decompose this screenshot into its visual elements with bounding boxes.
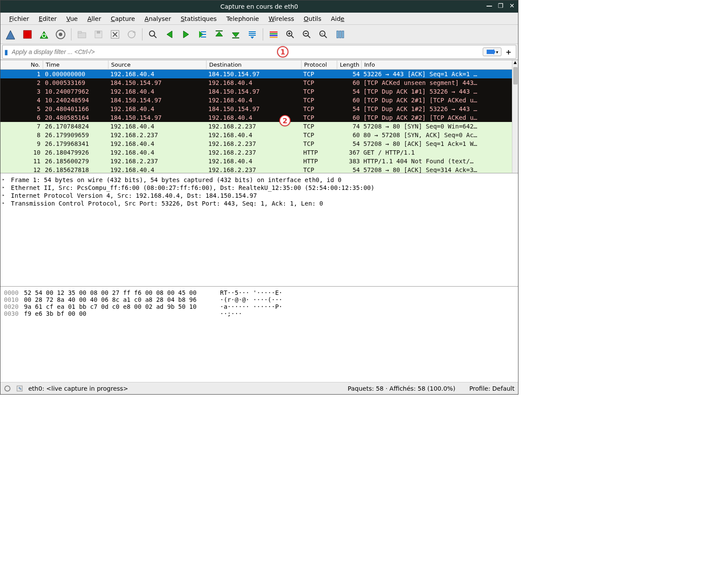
svg-point-49: [5, 386, 10, 391]
menu-capture[interactable]: Capture: [106, 14, 139, 24]
expand-icon[interactable]: ▸: [2, 200, 8, 206]
hex-row[interactable]: 00209a 61 cf ea 01 bb c7 0d c0 e8 00 02 …: [4, 303, 515, 310]
svg-marker-23: [216, 32, 223, 36]
hex-row[interactable]: 001000 28 72 8a 40 00 40 06 8c a1 c0 a8 …: [4, 296, 515, 303]
filter-input[interactable]: [10, 47, 481, 57]
go-to-packet-icon[interactable]: [195, 27, 210, 42]
close-file-icon[interactable]: [107, 27, 123, 42]
menu-analyser[interactable]: Analyser: [140, 14, 176, 24]
col-time[interactable]: Time: [43, 61, 108, 69]
colorize-icon[interactable]: [266, 27, 281, 42]
col-no[interactable]: No.: [0, 61, 43, 69]
svg-rect-47: [342, 31, 344, 38]
svg-rect-46: [339, 31, 341, 38]
packet-row[interactable]: 410.240248594184.150.154.97192.168.40.4T…: [0, 96, 518, 105]
packet-row[interactable]: 726.170784824192.168.40.4192.168.2.237TC…: [0, 122, 518, 131]
zoom-in-icon[interactable]: [282, 27, 298, 42]
add-filter-button[interactable]: +: [503, 47, 514, 57]
resize-columns-icon[interactable]: [332, 27, 348, 42]
save-file-icon[interactable]: [91, 27, 106, 42]
go-first-icon[interactable]: [211, 27, 227, 42]
apply-filter-button[interactable]: ▾: [483, 47, 501, 56]
svg-line-16: [154, 35, 156, 38]
find-icon[interactable]: [145, 27, 161, 42]
packet-row[interactable]: 520.480401166192.168.40.4184.150.154.97T…: [0, 105, 518, 113]
col-protocol[interactable]: Protocol: [301, 61, 337, 69]
packet-list: No. Time Source Destination Protocol Len…: [0, 60, 518, 173]
zoom-out-icon[interactable]: [299, 27, 315, 42]
restart-capture-icon[interactable]: [36, 27, 52, 42]
expand-icon[interactable]: ▸: [2, 177, 8, 183]
detail-row[interactable]: ▸Frame 1: 54 bytes on wire (432 bits), 5…: [2, 176, 516, 184]
hex-dump: 000052 54 00 12 35 00 08 00 27 ff f6 00 …: [0, 286, 518, 382]
menu-outils[interactable]: Outils: [299, 14, 325, 24]
svg-line-36: [291, 35, 294, 38]
go-last-icon[interactable]: [228, 27, 244, 42]
detail-row[interactable]: ▸Ethernet II, Src: PcsCompu_ff:f6:00 (08…: [2, 184, 516, 192]
svg-marker-17: [167, 31, 172, 38]
svg-rect-1: [24, 30, 31, 38]
col-destination[interactable]: Destination: [207, 61, 301, 69]
filter-bar: ▮ ▾ + 1: [2, 45, 516, 59]
maximize-icon[interactable]: ❐: [497, 2, 504, 9]
svg-rect-9: [97, 31, 100, 34]
svg-line-43: [324, 35, 327, 38]
open-file-icon[interactable]: [74, 27, 90, 42]
packet-row[interactable]: 620.480585164184.150.154.97192.168.40.4T…: [0, 113, 518, 122]
go-back-icon[interactable]: [162, 27, 177, 42]
col-source[interactable]: Source: [108, 61, 207, 69]
hex-row[interactable]: 000052 54 00 12 35 00 08 00 27 ff f6 00 …: [4, 289, 515, 296]
menu-wireless[interactable]: Wireless: [264, 14, 298, 24]
titlebar: Capture en cours de eth0 — ❐ ✕: [0, 0, 518, 13]
bookmark-icon[interactable]: ▮: [4, 48, 8, 56]
detail-row[interactable]: ▸Transmission Control Protocol, Src Port…: [2, 199, 516, 207]
svg-marker-25: [232, 33, 239, 37]
shark-fin-icon[interactable]: [3, 27, 19, 42]
svg-marker-30: [251, 37, 254, 39]
expand-icon[interactable]: ▸: [2, 185, 8, 191]
toolbar: =: [0, 25, 518, 44]
packet-row[interactable]: 310.240077962192.168.40.4184.150.154.97T…: [0, 87, 518, 96]
status-record-icon: [4, 385, 11, 392]
svg-marker-0: [6, 30, 15, 39]
detail-row[interactable]: ▸Internet Protocol Version 4, Src: 192.1…: [2, 192, 516, 199]
svg-rect-32: [270, 33, 278, 34]
auto-scroll-icon[interactable]: [244, 27, 260, 42]
packet-list-body: 10.000000000192.168.40.4184.150.154.97TC…: [0, 70, 518, 173]
packet-row[interactable]: 926.179968341192.168.40.4192.168.2.237TC…: [0, 139, 518, 148]
svg-marker-18: [183, 31, 189, 38]
hex-row[interactable]: 0030f9 e6 3b bf 00 00··;···: [4, 310, 515, 317]
menu-aide[interactable]: Aide: [326, 14, 349, 24]
menu-vue[interactable]: Vue: [62, 14, 82, 24]
callout-2: 2: [279, 115, 291, 126]
svg-point-5: [59, 33, 62, 36]
menu-telephonie[interactable]: Telephonie: [222, 14, 263, 24]
menu-editer[interactable]: Editer: [34, 14, 61, 24]
minimize-icon[interactable]: —: [486, 2, 493, 9]
menu-fichier[interactable]: Fichier: [5, 14, 34, 24]
capture-options-icon[interactable]: [53, 27, 68, 42]
reload-icon[interactable]: [124, 27, 139, 42]
packet-row[interactable]: 1226.185627818192.168.40.4192.168.2.237T…: [0, 166, 518, 173]
packet-row[interactable]: 1126.185600279192.168.2.237192.168.40.4H…: [0, 157, 518, 166]
zoom-reset-icon[interactable]: =: [315, 27, 331, 42]
expand-icon[interactable]: ▸: [2, 193, 8, 199]
status-profile[interactable]: Profile: Default: [469, 385, 515, 392]
status-interface: eth0: <live capture in progress>: [28, 385, 128, 392]
close-icon[interactable]: ✕: [508, 2, 515, 9]
packet-row[interactable]: 826.179909659192.168.2.237192.168.40.4TC…: [0, 131, 518, 139]
packet-row[interactable]: 1026.180479926192.168.40.4192.168.2.237H…: [0, 148, 518, 157]
window-title: Capture en cours de eth0: [220, 3, 298, 10]
packet-row[interactable]: 20.000533169184.150.154.97192.168.40.4TC…: [0, 78, 518, 87]
menu-statistiques[interactable]: Statistiques: [176, 14, 221, 24]
col-length[interactable]: Length: [337, 61, 362, 69]
svg-text:=: =: [321, 32, 324, 36]
stop-capture-icon[interactable]: [20, 27, 35, 42]
col-info[interactable]: Info: [362, 61, 518, 69]
expert-info-icon[interactable]: ✎: [16, 385, 23, 392]
menu-aller[interactable]: Aller: [83, 14, 105, 24]
packet-row[interactable]: 10.000000000192.168.40.4184.150.154.97TC…: [0, 70, 518, 78]
svg-rect-6: [78, 33, 86, 38]
go-forward-icon[interactable]: [178, 27, 194, 42]
scrollbar[interactable]: ▲: [512, 60, 518, 173]
